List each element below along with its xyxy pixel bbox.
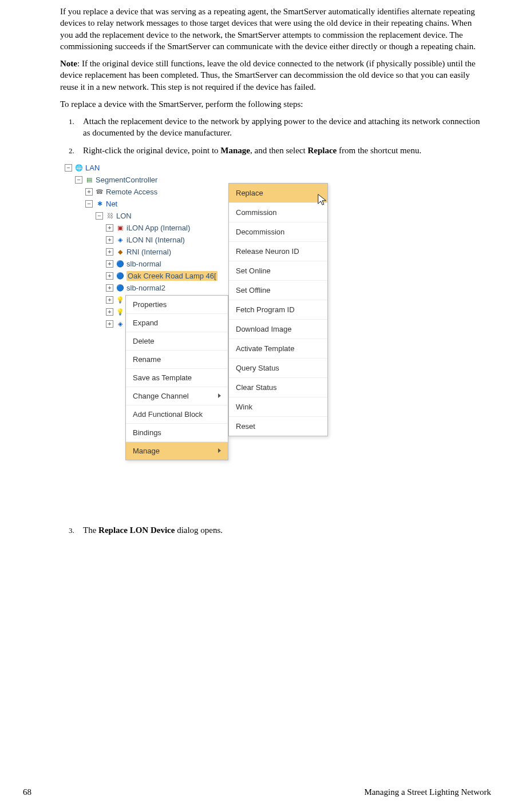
lamp-icon: 💡 [116,307,125,316]
lan-icon: 🌐 [74,163,84,172]
submenu-fetch-pid[interactable]: Fetch Program ID [229,300,327,319]
expand-icon[interactable]: + [106,296,113,304]
step-1: Attach the replacement device to the net… [76,116,485,139]
menu-manage[interactable]: Manage [126,441,228,460]
context-menu: Properties Expand Delete Rename Save as … [125,295,228,460]
device-icon: ◆ [116,247,125,256]
dialog-name-bold: Replace LON Device [98,526,175,535]
submenu-set-offline[interactable]: Set Offline [229,280,327,300]
lamp-icon: 💡 [116,295,125,304]
manage-bold: Manage [220,146,250,155]
submenu-query-status[interactable]: Query Status [229,358,327,377]
menu-bindings[interactable]: Bindings [126,423,228,441]
footer-title: Managing a Street Lighting Network [364,787,491,797]
expand-icon[interactable]: + [106,308,113,316]
expand-icon[interactable]: + [106,248,113,256]
collapse-icon[interactable]: − [96,212,103,220]
context-menu-screenshot: − 🌐 LAN − ▤ SegmentController + ☎ Remote… [65,162,485,516]
page-number: 68 [23,787,31,797]
submenu-wink[interactable]: Wink [229,397,327,416]
tree-node-lon[interactable]: LON [116,212,132,220]
submenu-arrow-icon [218,448,221,453]
tree-node-segmentcontroller[interactable]: SegmentController [96,176,157,184]
submenu-download-image[interactable]: Download Image [229,319,327,339]
expand-icon[interactable]: + [106,284,113,292]
controller-icon: ▤ [85,175,94,184]
submenu-activate-template[interactable]: Activate Template [229,339,327,358]
tree-node-oak-creek[interactable]: Oak Creek Road Lamp 46[ [126,271,218,281]
paragraph-steps-intro: To replace a device with the SmartServer… [60,98,485,110]
menu-delete[interactable]: Delete [126,332,228,350]
expand-icon[interactable]: + [85,188,93,196]
tree-node-slb-normal[interactable]: slb-normal [126,260,161,268]
tree-node-ilon-ni[interactable]: iLON NI (Internal) [126,236,185,244]
collapse-icon[interactable]: − [85,200,93,208]
remote-icon: ☎ [95,187,104,196]
menu-rename[interactable]: Rename [126,350,228,368]
expand-icon[interactable]: + [106,272,113,280]
tree-node-remote[interactable]: Remote Access [106,188,157,196]
device-icon: ◈ [116,235,125,244]
expand-icon[interactable]: + [106,224,113,232]
menu-add-fb[interactable]: Add Functional Block [126,405,228,423]
submenu-release-nid[interactable]: Release Neuron ID [229,241,327,261]
device-icon: 🔵 [116,283,125,292]
submenu-clear-status[interactable]: Clear Status [229,377,327,397]
step-3: The Replace LON Device dialog opens. [76,524,485,536]
tree-node-net[interactable]: Net [106,200,117,208]
tree-node-rni[interactable]: RNI (Internal) [126,248,171,256]
submenu-commission[interactable]: Commission [229,202,327,222]
menu-properties[interactable]: Properties [126,296,228,313]
expand-icon[interactable]: + [106,320,113,328]
submenu-decommission[interactable]: Decommission [229,222,327,241]
lon-icon: ⛓ [105,211,114,220]
menu-change-channel[interactable]: Change Channel [126,387,228,405]
tree-node-slb-normal2[interactable]: slb-normal2 [126,284,165,292]
expand-icon[interactable]: + [106,260,113,268]
menu-expand[interactable]: Expand [126,313,228,332]
note-label: Note [60,59,77,68]
tree-node-ilon-app[interactable]: iLON App (Internal) [126,224,190,232]
step-2: Right-click the original device, point t… [76,145,485,156]
net-icon: ✱ [95,199,104,208]
paragraph-intro: If you replace a device that was serving… [60,6,485,52]
device-icon: ◈ [116,319,125,328]
expand-icon[interactable]: + [106,236,113,244]
submenu-arrow-icon [218,393,221,398]
manage-submenu: Replace Commission Decommission Release … [228,183,328,436]
collapse-icon[interactable]: − [75,176,82,184]
device-icon: 🔵 [116,271,125,280]
device-icon: 🔵 [116,259,125,268]
tree-node-lan[interactable]: LAN [85,164,100,172]
paragraph-note: Note: If the original device still funct… [60,58,485,93]
device-icon: ▣ [116,223,125,232]
note-rest: : If the original device still functions… [60,59,476,91]
submenu-set-online[interactable]: Set Online [229,261,327,280]
collapse-icon[interactable]: − [65,164,72,172]
replace-bold: Replace [307,146,337,155]
menu-save-template[interactable]: Save as Template [126,368,228,387]
submenu-reset[interactable]: Reset [229,416,327,436]
submenu-replace[interactable]: Replace [229,184,327,202]
